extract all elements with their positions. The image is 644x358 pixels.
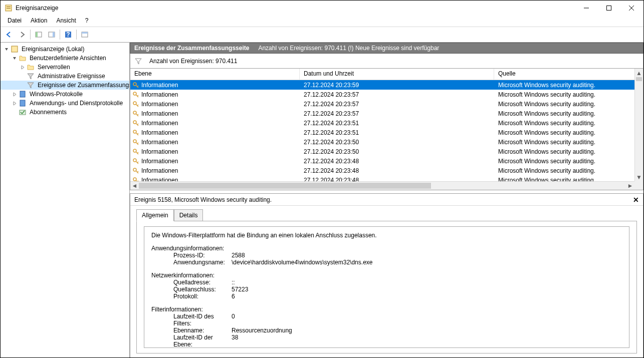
content-subtitle: Anzahl von Ereignissen: 970.411 (!) Neue… — [258, 45, 439, 52]
detail-panel: Ereignis 5158, Microsoft Windows securit… — [130, 193, 643, 358]
menu-action[interactable]: Aktion — [27, 16, 51, 25]
info-icon — [132, 148, 139, 155]
event-row[interactable]: Informationen27.12.2024 20:23:48Microsof… — [130, 156, 643, 166]
show-hide-tree-button[interactable] — [33, 29, 45, 41]
event-source: Microsoft Windows security auditing. — [494, 129, 643, 136]
maximize-button[interactable] — [597, 1, 620, 16]
event-row[interactable]: Informationen27.12.2024 20:23:59Microsof… — [130, 80, 643, 90]
vertical-scrollbar[interactable]: ▲ ▼ — [634, 69, 643, 181]
svg-line-48 — [137, 171, 138, 172]
collapse-icon[interactable] — [11, 56, 19, 61]
collapse-icon[interactable] — [3, 47, 11, 52]
scroll-corner — [634, 181, 643, 190]
filter-icon — [27, 81, 35, 89]
help-button[interactable]: ? — [62, 29, 74, 41]
src-addr-label: Quelladresse: — [151, 279, 232, 286]
main-area: Ereignisanzeige (Lokal) Benutzerdefinier… — [1, 43, 643, 358]
subscriptions-icon — [19, 108, 27, 116]
src-port-label: Quellanschluss: — [151, 286, 232, 293]
event-row[interactable]: Informationen27.12.2024 20:23:51Microsof… — [130, 128, 643, 137]
tree-windows-logs[interactable]: Windows-Protokolle — [1, 90, 129, 99]
scroll-right-icon[interactable]: ► — [626, 182, 634, 190]
detail-message-box: Die Windows-Filterplattform hat die Bind… — [144, 226, 629, 348]
svg-line-42 — [137, 152, 138, 153]
scroll-left-icon[interactable]: ◄ — [130, 182, 139, 190]
event-datetime: 27.12.2024 20:23:57 — [300, 110, 494, 117]
event-datetime: 27.12.2024 20:23:50 — [300, 148, 494, 155]
expand-icon[interactable] — [11, 101, 19, 106]
tab-details[interactable]: Details — [174, 209, 203, 221]
navigation-tree[interactable]: Ereignisanzeige (Lokal) Benutzerdefinier… — [1, 43, 130, 358]
event-source: Microsoft Windows security auditing. — [494, 82, 643, 89]
event-level: Informationen — [141, 82, 178, 89]
event-viewer-icon — [11, 45, 19, 53]
src-port-value: 57223 — [232, 286, 248, 293]
expand-icon[interactable] — [11, 92, 19, 97]
event-row[interactable]: Informationen27.12.2024 20:23:57Microsof… — [130, 109, 643, 118]
menu-help[interactable]: ? — [81, 16, 93, 25]
event-row[interactable]: Informationen27.12.2024 20:23:51Microsof… — [130, 118, 643, 128]
column-level[interactable]: Ebene — [130, 69, 300, 80]
svg-line-30 — [137, 114, 138, 115]
view-button[interactable] — [79, 29, 91, 41]
column-source[interactable]: Quelle — [494, 69, 643, 80]
window-title: Ereignisanzeige — [16, 5, 575, 12]
tree-admin-events[interactable]: Administrative Ereignisse — [1, 72, 129, 81]
layer-id-label: Laufzeit-ID der Ebene: — [151, 334, 232, 348]
folder-icon — [19, 54, 27, 62]
svg-rect-8 — [36, 32, 38, 37]
svg-rect-15 — [12, 46, 18, 52]
event-row[interactable]: Informationen27.12.2024 20:23:50Microsof… — [130, 147, 643, 156]
filter-info-header: Filterinformationen: — [151, 306, 622, 313]
column-datetime[interactable]: Datum und Uhrzeit — [300, 69, 494, 80]
expand-icon[interactable] — [19, 65, 27, 70]
event-datetime: 27.12.2024 20:23:48 — [300, 167, 494, 174]
close-button[interactable] — [620, 1, 642, 16]
detail-title: Ereignis 5158, Microsoft Windows securit… — [134, 196, 633, 203]
event-source: Microsoft Windows security auditing. — [494, 110, 643, 117]
svg-line-27 — [137, 105, 138, 106]
filter-icon — [27, 72, 35, 80]
tree-server-roles[interactable]: Serverrollen — [1, 63, 129, 72]
event-row[interactable]: Informationen27.12.2024 20:23:57Microsof… — [130, 90, 643, 99]
tree-summary-events[interactable]: Ereignisse der Zusammenfassungsseite — [1, 81, 129, 90]
properties-button[interactable] — [46, 29, 58, 41]
svg-rect-14 — [82, 32, 88, 34]
process-id-label: Prozess-ID: — [151, 252, 232, 259]
detail-tabs: Allgemein Details — [130, 206, 643, 221]
tab-general[interactable]: Allgemein — [136, 209, 174, 221]
close-detail-button[interactable]: ✕ — [633, 196, 639, 204]
scroll-up-icon[interactable]: ▲ — [635, 69, 643, 77]
info-icon — [132, 120, 139, 127]
scroll-down-icon[interactable]: ▼ — [635, 173, 643, 181]
horizontal-scrollbar[interactable]: ◄ ► — [130, 181, 634, 190]
proto-value: 6 — [232, 293, 235, 300]
app-icon — [5, 4, 13, 12]
event-row[interactable]: Informationen27.12.2024 20:23:48Microsof… — [130, 166, 643, 175]
proto-label: Protokoll: — [151, 293, 232, 300]
scroll-thumb[interactable] — [139, 183, 431, 189]
filter-icon[interactable] — [134, 57, 142, 65]
event-level: Informationen — [141, 148, 178, 155]
menu-file[interactable]: Datei — [4, 16, 26, 25]
info-icon — [132, 82, 139, 89]
tree-custom-views[interactable]: Benutzerdefinierte Ansichten — [1, 54, 129, 63]
list-body[interactable]: Informationen27.12.2024 20:23:59Microsof… — [130, 80, 643, 190]
tree-app-service-logs[interactable]: Anwendungs- und Dienstprotokolle — [1, 99, 129, 108]
scroll-thumb[interactable] — [636, 77, 642, 81]
event-row[interactable]: Informationen27.12.2024 20:23:50Microsof… — [130, 137, 643, 147]
tree-subscriptions[interactable]: Abonnements — [1, 108, 129, 117]
svg-rect-4 — [606, 6, 611, 11]
forward-button[interactable] — [16, 29, 28, 41]
list-header: Ebene Datum und Uhrzeit Quelle — [130, 69, 643, 80]
filter-id-value: 0 — [232, 313, 235, 327]
filter-bar: Anzahl von Ereignissen: 970.411 — [130, 54, 643, 69]
minimize-button[interactable] — [575, 1, 597, 16]
tree-root[interactable]: Ereignisanzeige (Lokal) — [1, 45, 129, 54]
event-row[interactable]: Informationen27.12.2024 20:23:57Microsof… — [130, 99, 643, 109]
menu-view[interactable]: Ansicht — [52, 16, 80, 25]
back-button[interactable] — [3, 29, 15, 41]
toolbar-separator — [76, 30, 77, 40]
svg-text:?: ? — [66, 31, 70, 38]
svg-line-24 — [137, 95, 138, 96]
